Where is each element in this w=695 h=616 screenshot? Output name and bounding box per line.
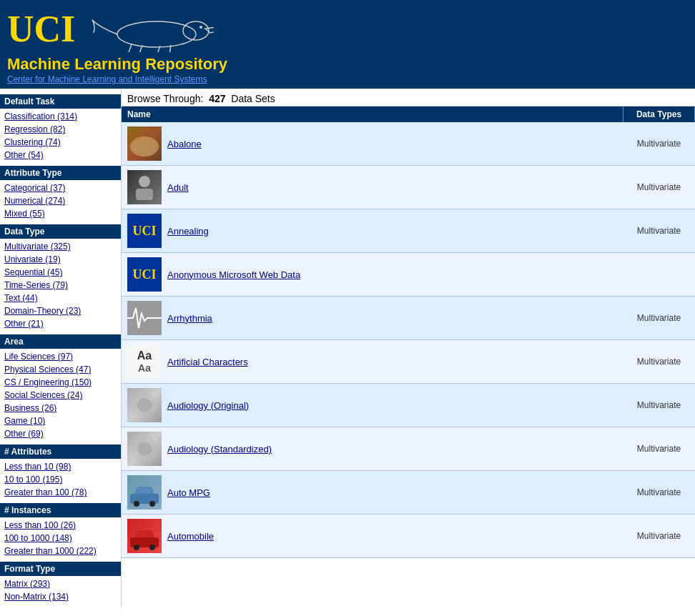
- sidebar-link[interactable]: Categorical (37): [4, 182, 117, 194]
- dataset-link[interactable]: Auto MPG: [167, 487, 210, 498]
- table-row: AaAaArtificial CharactersMultivariate: [122, 340, 695, 384]
- browse-row: Browse Through: 427 Data Sets: [122, 89, 695, 106]
- dataset-type-cell: Multivariate: [623, 427, 695, 471]
- dataset-link[interactable]: Abalone: [167, 139, 202, 149]
- sidebar-link[interactable]: Univariate (19): [4, 253, 117, 266]
- dataset-count-label: Data Sets: [231, 93, 275, 104]
- sidebar-link[interactable]: Sequential (45): [4, 266, 117, 279]
- dataset-link[interactable]: Artificial Characters: [167, 357, 248, 367]
- sidebar-link[interactable]: Less than 10 (98): [4, 460, 117, 473]
- sidebar-link[interactable]: Mixed (55): [4, 207, 117, 220]
- table-row: Auto MPGMultivariate: [122, 471, 695, 515]
- sidebar-link[interactable]: Classification (314): [4, 110, 117, 123]
- dataset-link[interactable]: Audiology (Original): [167, 400, 249, 411]
- sidebar-link[interactable]: Other (21): [4, 317, 117, 330]
- sidebar-section-attribute-type: Attribute Type: [0, 166, 121, 180]
- dataset-name-cell: Adult: [122, 166, 623, 209]
- sidebar-link[interactable]: Other (69): [4, 427, 117, 440]
- table-row: UCIAnonymous Microsoft Web Data: [122, 253, 695, 297]
- sidebar-link[interactable]: Non-Matrix (134): [4, 590, 117, 603]
- dataset-thumbnail: [127, 126, 162, 161]
- svg-point-1: [183, 21, 209, 40]
- main-layout: Default TaskClassification (314)Regressi…: [0, 89, 695, 607]
- table-header-row: Name Data Types: [122, 106, 695, 122]
- sidebar-link[interactable]: Clustering (74): [4, 136, 117, 149]
- sidebar-section---instances: # Instances: [0, 503, 121, 517]
- sidebar-link[interactable]: Social Sciences (24): [4, 389, 117, 402]
- svg-point-6: [199, 26, 202, 29]
- dataset-name-cell: UCIAnonymous Microsoft Web Data: [122, 253, 623, 297]
- sidebar-link[interactable]: Time-Series (79): [4, 279, 117, 292]
- logo-row: UCI: [7, 6, 688, 52]
- dataset-type-cell: Multivariate: [623, 209, 695, 253]
- dataset-count: 427: [209, 93, 225, 104]
- dataset-name-cell: Auto MPG: [122, 471, 623, 515]
- dataset-name-cell: AaAaArtificial Characters: [122, 340, 623, 384]
- sidebar-link[interactable]: Greater than 100 (78): [4, 486, 117, 499]
- sidebar-section-area: Area: [0, 334, 121, 349]
- dataset-thumbnail: [127, 475, 162, 510]
- dataset-thumbnail: AaAa: [127, 344, 162, 379]
- sidebar-link[interactable]: Numerical (274): [4, 194, 117, 207]
- table-row: AbaloneMultivariate: [122, 122, 695, 166]
- dataset-link[interactable]: Arrhythmia: [167, 313, 212, 324]
- dataset-type-cell: Multivariate: [623, 515, 695, 558]
- sidebar-link[interactable]: Other (54): [4, 149, 117, 162]
- dataset-thumbnail: [127, 301, 162, 335]
- sidebar-link[interactable]: Domain-Theory (23): [4, 304, 117, 317]
- svg-point-12: [137, 398, 152, 412]
- sidebar-link[interactable]: 10 to 100 (195): [4, 473, 117, 486]
- sidebar-link[interactable]: 100 to 1000 (148): [4, 532, 117, 545]
- dataset-name-cell: Automobile: [122, 515, 623, 558]
- sidebar-items: Less than 10 (98)10 to 100 (195)Greater …: [0, 459, 121, 500]
- dataset-link[interactable]: Anonymous Microsoft Web Data: [167, 269, 300, 280]
- anteater-icon: [85, 6, 214, 52]
- page-header: UCI Machine Learning Repository Center f…: [0, 0, 695, 89]
- dataset-name-cell: UCIAnnealing: [122, 209, 623, 253]
- dataset-link[interactable]: Automobile: [167, 531, 214, 542]
- sidebar-link[interactable]: Game (10): [4, 414, 117, 427]
- svg-point-19: [134, 545, 139, 550]
- browse-label: Browse Through:: [127, 93, 203, 104]
- dataset-name-cell: Abalone: [122, 122, 623, 166]
- dataset-type-cell: Multivariate: [623, 166, 695, 209]
- sidebar-link[interactable]: Text (44): [4, 292, 117, 304]
- sidebar-link[interactable]: Matrix (293): [4, 577, 117, 590]
- sidebar-link[interactable]: Life Sciences (97): [4, 350, 117, 363]
- sidebar-link[interactable]: Multivariate (325): [4, 240, 117, 253]
- sidebar-link[interactable]: Physical Sciences (47): [4, 363, 117, 376]
- sidebar-link[interactable]: Greater than 1000 (222): [4, 545, 117, 557]
- svg-point-17: [149, 501, 155, 507]
- site-subtitle[interactable]: Center for Machine Learning and Intellig…: [7, 74, 688, 84]
- dataset-link[interactable]: Audiology (Standardized): [167, 444, 272, 454]
- sidebar-items: Less than 100 (26)100 to 1000 (148)Great…: [0, 517, 121, 559]
- sidebar-section-default-task: Default Task: [0, 94, 121, 109]
- dataset-link[interactable]: Adult: [167, 182, 189, 193]
- dataset-type-cell: Multivariate: [623, 471, 695, 515]
- dataset-thumbnail: [127, 519, 162, 553]
- dataset-thumbnail: UCI: [127, 214, 162, 248]
- dataset-thumbnail: [127, 170, 162, 204]
- table-row: AutomobileMultivariate: [122, 515, 695, 558]
- sidebar-section-format-type: Format Type: [0, 562, 121, 576]
- table-row: Audiology (Standardized)Multivariate: [122, 427, 695, 471]
- dataset-table: Name Data Types AbaloneMultivariateAdult…: [122, 106, 695, 558]
- site-subtitle-link[interactable]: Center for Machine Learning and Intellig…: [7, 74, 207, 84]
- dataset-type-cell: [623, 253, 695, 297]
- sidebar-link[interactable]: Regression (82): [4, 123, 117, 136]
- content-area: Browse Through: 427 Data Sets Name Data …: [122, 89, 695, 607]
- dataset-thumbnail: [127, 388, 162, 422]
- dataset-type-cell: Multivariate: [623, 297, 695, 340]
- sidebar-link[interactable]: Less than 100 (26): [4, 519, 117, 532]
- dataset-name-cell: Audiology (Original): [122, 384, 623, 427]
- svg-point-9: [139, 176, 150, 187]
- svg-point-16: [134, 501, 139, 507]
- svg-line-5: [128, 44, 132, 52]
- svg-rect-10: [136, 189, 153, 200]
- dataset-link[interactable]: Annealing: [167, 226, 209, 237]
- dataset-type-cell: Multivariate: [623, 384, 695, 427]
- sidebar-link[interactable]: Business (26): [4, 402, 117, 414]
- sidebar-link[interactable]: CS / Engineering (150): [4, 376, 117, 389]
- svg-point-8: [134, 139, 155, 154]
- dataset-type-cell: Multivariate: [623, 340, 695, 384]
